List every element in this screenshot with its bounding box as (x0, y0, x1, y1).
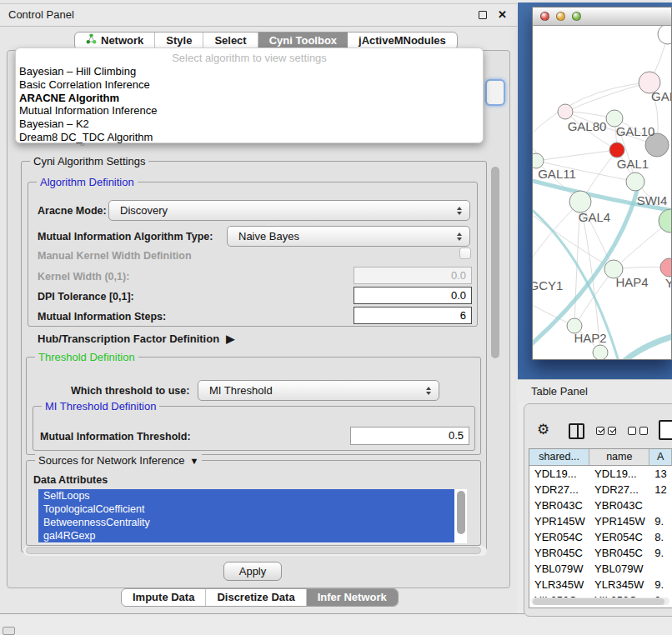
table-cell: 9. (649, 577, 672, 592)
focused-combobox-fragment[interactable] (485, 79, 505, 106)
network-edge[interactable] (565, 82, 649, 112)
tab-style[interactable]: Style (155, 32, 203, 49)
node-label-gcy1: GCY1 (533, 278, 563, 292)
column-header-shared[interactable]: shared... (529, 449, 589, 465)
algorithm-option-basic-correlation-inference[interactable]: Basic Correlation Inference (16, 78, 483, 92)
network-window-titlebar[interactable] (533, 8, 671, 26)
algorithm-placeholder: Select algorithm to view settings (16, 51, 483, 65)
table-row[interactable]: YER054CYER054C8. (529, 529, 672, 545)
network-icon (86, 32, 97, 49)
tab-select[interactable]: Select (203, 32, 258, 49)
network-edge-highlighted[interactable] (623, 336, 671, 359)
tab-impute-data[interactable]: Impute Data (122, 589, 206, 606)
show-columns-icon[interactable] (596, 427, 616, 435)
algorithm-option-bayesian-k2[interactable]: Bayesian – K2 (16, 118, 483, 131)
table-cell: YDL19... (589, 466, 649, 482)
network-node[interactable] (609, 142, 624, 158)
node-label-hap2: HAP2 (574, 331, 606, 345)
mac-zoom-icon[interactable] (572, 12, 581, 21)
table-cell: YBR045C (529, 545, 589, 561)
table-row[interactable]: YDR27...YDR27...12 (529, 482, 672, 498)
table-row[interactable]: YBR043CYBR043C (529, 498, 672, 513)
mi-threshold-group-title: MI Threshold Definition (42, 400, 159, 412)
apply-button[interactable]: Apply (223, 562, 282, 581)
algorithm-option-bayesian-hill-climbing[interactable]: Bayesian – Hill Climbing (16, 65, 483, 78)
control-panel-header: Control Panel ✕ (0, 3, 517, 27)
unchecked-box-icon (639, 427, 648, 435)
table-row[interactable]: YLR345WYLR345W9. (529, 577, 672, 592)
stepper-arrows-icon (457, 207, 462, 215)
attribute-item-topologicalcoefficient[interactable]: TopologicalCoefficient (38, 502, 454, 516)
column-header-a[interactable]: A (649, 449, 672, 465)
columns-icon[interactable] (569, 423, 584, 439)
column-header-name[interactable]: name (589, 449, 649, 465)
corner-widget[interactable] (3, 627, 15, 635)
network-node[interactable] (626, 172, 644, 191)
attribute-item-gal4rgexp[interactable]: gal4RGexp (38, 529, 454, 542)
algorithm-option-aracne-algorithm[interactable]: ARACNE Algorithm (16, 92, 483, 105)
close-icon[interactable]: ✕ (498, 4, 507, 26)
table-cell: YBR043C (589, 498, 649, 513)
aracne-mode-select[interactable]: Discovery (108, 200, 470, 221)
table-cell: 12 (649, 482, 672, 498)
network-node[interactable] (593, 345, 608, 359)
table-cell: YER054C (529, 529, 589, 545)
mi-type-value: Naive Bayes (238, 227, 299, 246)
network-node[interactable] (660, 258, 671, 277)
network-edge[interactable] (536, 150, 617, 161)
attribute-item-selfloops[interactable]: SelfLoops (38, 489, 454, 502)
kernel-width-field[interactable]: 0.0 (354, 267, 472, 284)
float-window-icon[interactable] (479, 11, 487, 19)
table-horizontal-scrollbar[interactable] (531, 598, 669, 605)
table-cell: YLR345W (589, 577, 649, 592)
mac-close-icon[interactable] (540, 12, 549, 21)
sources-title-text: Sources for Network Inference (38, 454, 185, 467)
which-threshold-select[interactable]: MI Threshold (198, 380, 439, 401)
node-label-swi4: SWI4 (637, 193, 668, 208)
aracne-mode-label: Aracne Mode: (38, 205, 107, 217)
table-row[interactable]: YBL079WYBL079W (529, 561, 672, 577)
attribute-item-betweennesscentrality[interactable]: BetweennessCentrality (38, 516, 454, 529)
mi-type-select[interactable]: Naive Bayes (227, 226, 470, 247)
table-cell: YLR345W (529, 577, 589, 592)
control-panel-window: Control Panel ✕ NetworkStyleSelectCyni T… (0, 0, 517, 614)
table-panel-title: Table Panel (531, 380, 588, 402)
node-label-y: Y (665, 276, 671, 290)
tab-infer-network[interactable]: Infer Network (307, 589, 398, 606)
table-panel-header: Table Panel (518, 379, 672, 402)
table-row[interactable]: YDL19...YDL19...13 (529, 466, 672, 482)
tab-discretize-data[interactable]: Discretize Data (206, 589, 306, 606)
dpi-tolerance-label: DPI Tolerance [0,1]: (38, 291, 134, 302)
network-graph[interactable]: GALGAL80GAL10GAL1GAL11SWI4GAL4GCY1HAP4YH… (533, 26, 671, 359)
node-label-gal11: GAL11 (538, 167, 576, 181)
settings-vertical-scrollbar[interactable] (491, 167, 499, 358)
attributes-scrollbar[interactable] (457, 491, 465, 534)
algorithm-option-dream8-dc-tdc-algorithm[interactable]: Dream8 DC_TDC Algorithm (16, 131, 483, 144)
tab-network[interactable]: Network (75, 32, 155, 49)
hide-columns-icon[interactable] (628, 427, 648, 435)
gear-icon[interactable]: ⚙ (537, 421, 549, 438)
hub-definition-expander[interactable]: Hub/Transcription Factor Definition▶ (38, 332, 234, 345)
kernel-width-label: Kernel Width (0,1): (38, 271, 129, 282)
network-node[interactable] (558, 104, 573, 119)
tab-cyni-toolbox[interactable]: Cyni Toolbox (258, 32, 348, 49)
mi-threshold-field[interactable]: 0.5 (350, 427, 469, 445)
table-row[interactable]: YPR145WYPR145W9. (529, 513, 672, 529)
dpi-tolerance-field[interactable]: 0.0 (354, 287, 472, 304)
table-cell: YPR145W (529, 513, 589, 529)
sources-group-title[interactable]: Sources for Network Inference▼ (35, 454, 202, 467)
threshold-definition-title: Threshold Definition (35, 351, 138, 363)
settings-horizontal-scrollbar[interactable] (23, 546, 487, 556)
collapse-arrow-icon: ▼ (190, 456, 199, 466)
algorithm-option-mutual-information-inference[interactable]: Mutual Information Inference (16, 104, 483, 118)
document-icon[interactable] (659, 420, 672, 440)
manual-kernel-checkbox[interactable] (459, 248, 471, 259)
network-node[interactable] (658, 26, 671, 44)
node-label-gal: GAL (651, 89, 671, 103)
table-cell: YDR27... (529, 482, 589, 498)
mi-steps-field[interactable]: 6 (354, 307, 472, 324)
table-row[interactable]: YBR045CYBR045C9. (529, 545, 672, 561)
mac-minimize-icon[interactable] (556, 12, 565, 21)
tab-jactivemnodules[interactable]: jActiveMNodules (348, 32, 457, 49)
table-header-row: shared...nameA (529, 449, 672, 466)
